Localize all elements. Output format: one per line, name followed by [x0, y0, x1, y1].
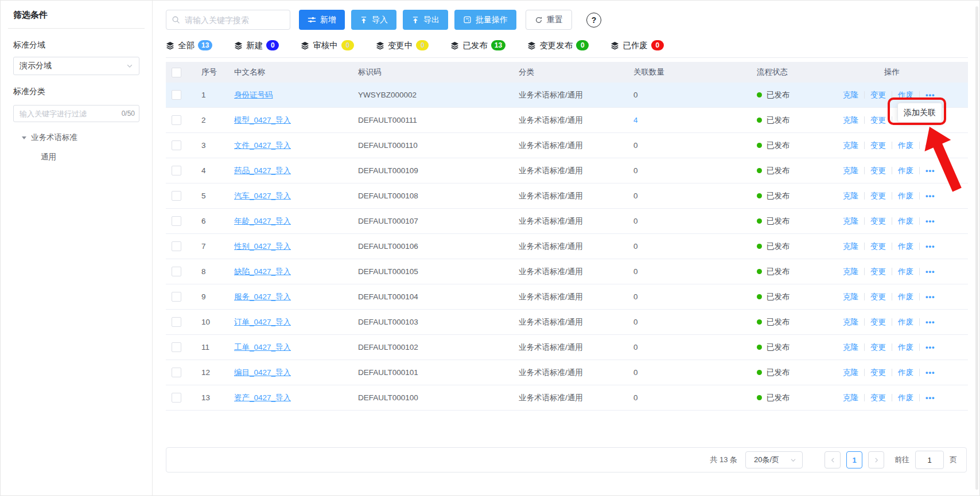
row-action-link[interactable]: 克隆 — [843, 115, 858, 126]
search-input[interactable] — [166, 10, 290, 30]
row-action-link[interactable]: 克隆 — [843, 267, 858, 277]
status-tab[interactable]: 已发布13 — [450, 40, 505, 51]
row-checkbox[interactable] — [172, 317, 181, 327]
page-size-select[interactable]: 20条/页 — [745, 451, 803, 468]
row-more-actions[interactable]: ••• — [925, 217, 935, 225]
select-all-checkbox[interactable] — [172, 68, 181, 77]
row-checkbox[interactable] — [172, 166, 181, 175]
row-action-link[interactable]: 克隆 — [843, 317, 858, 327]
row-action-link[interactable]: 作废 — [898, 90, 913, 100]
row-action-link[interactable]: 克隆 — [843, 368, 858, 378]
row-action-link[interactable]: 变更 — [870, 191, 886, 201]
row-action-link[interactable]: 克隆 — [843, 241, 858, 252]
row-relation-count[interactable]: 4 — [633, 116, 638, 124]
row-name-link[interactable]: 文件_0427_导入 — [234, 141, 291, 150]
help-icon[interactable]: ? — [586, 13, 601, 28]
row-action-link[interactable]: 作废 — [898, 216, 913, 226]
row-action-link[interactable]: 克隆 — [843, 393, 858, 403]
row-name-link[interactable]: 模型_0427_导入 — [234, 116, 291, 124]
row-action-link[interactable]: 作废 — [898, 166, 913, 176]
add-button[interactable]: 新增 — [299, 10, 345, 30]
row-action-link[interactable]: 变更 — [870, 393, 886, 403]
row-more-actions[interactable]: ••• — [925, 368, 935, 377]
row-checkbox[interactable] — [172, 393, 181, 403]
row-name-link[interactable]: 资产_0427_导入 — [234, 393, 291, 402]
row-more-actions[interactable]: ••• — [925, 318, 935, 326]
row-action-link[interactable]: 变更 — [870, 90, 886, 100]
row-more-actions[interactable]: ••• — [925, 141, 935, 150]
row-more-actions[interactable]: ••• — [925, 242, 935, 251]
row-name-link[interactable]: 汽车_0427_导入 — [234, 192, 291, 200]
goto-page-input[interactable] — [915, 451, 944, 469]
scrollbar-thumb[interactable] — [975, 6, 978, 490]
row-action-link[interactable]: 作废 — [898, 267, 913, 277]
row-more-actions[interactable]: ••• — [925, 292, 935, 301]
add-relation-tooltip[interactable]: 添加关联 — [897, 103, 942, 123]
row-action-link[interactable]: 变更 — [870, 292, 886, 302]
row-action-link[interactable]: 变更 — [870, 115, 886, 126]
row-checkbox[interactable] — [172, 368, 181, 377]
row-checkbox[interactable] — [172, 267, 181, 276]
row-name-link[interactable]: 身份证号码 — [234, 91, 273, 99]
next-page-button[interactable] — [868, 451, 884, 468]
row-action-link[interactable]: 变更 — [870, 216, 886, 226]
reset-button[interactable]: 重置 — [526, 10, 572, 30]
category-filter-input[interactable] — [13, 105, 139, 122]
row-action-link[interactable]: 克隆 — [843, 191, 858, 201]
row-checkbox[interactable] — [172, 191, 181, 201]
import-button[interactable]: 导入 — [351, 10, 396, 30]
row-name-link[interactable]: 订单_0427_导入 — [234, 318, 291, 326]
prev-page-button[interactable] — [825, 451, 841, 468]
tree-node-child[interactable]: 通用 — [41, 152, 139, 162]
domain-select[interactable]: 演示分域 — [13, 57, 139, 75]
row-action-link[interactable]: 克隆 — [843, 166, 858, 176]
row-action-link[interactable]: 变更 — [870, 166, 886, 176]
row-name-link[interactable]: 药品_0427_导入 — [234, 166, 291, 175]
row-name-link[interactable]: 性别_0427_导入 — [234, 242, 291, 251]
row-action-link[interactable]: 克隆 — [843, 292, 858, 302]
status-tab[interactable]: 变更中0 — [376, 40, 429, 51]
row-action-link[interactable]: 变更 — [870, 342, 886, 353]
row-checkbox[interactable] — [172, 216, 181, 226]
row-more-actions[interactable]: ••• — [925, 267, 935, 276]
row-checkbox[interactable] — [172, 90, 181, 100]
batch-operation-button[interactable]: 批量操作 — [454, 10, 516, 30]
row-action-link[interactable]: 作废 — [898, 191, 913, 201]
row-more-actions[interactable]: ••• — [925, 393, 935, 402]
row-more-actions[interactable]: ••• — [925, 166, 935, 175]
status-tab[interactable]: 变更发布0 — [527, 40, 589, 51]
row-action-link[interactable]: 克隆 — [843, 216, 858, 226]
row-checkbox[interactable] — [172, 292, 181, 302]
row-action-link[interactable]: 作废 — [898, 317, 913, 327]
row-name-link[interactable]: 编目_0427_导入 — [234, 368, 291, 377]
row-action-link[interactable]: 变更 — [870, 317, 886, 327]
row-checkbox[interactable] — [172, 342, 181, 352]
row-name-link[interactable]: 工单_0427_导入 — [234, 343, 291, 352]
status-tab[interactable]: 全部13 — [166, 40, 212, 51]
row-action-link[interactable]: 变更 — [870, 140, 886, 151]
row-action-link[interactable]: 作废 — [898, 241, 913, 252]
status-tab[interactable]: 新建0 — [234, 40, 279, 51]
export-button[interactable]: 导出 — [403, 10, 448, 30]
status-tab[interactable]: 已作废0 — [610, 40, 664, 51]
page-number-button[interactable]: 1 — [846, 451, 862, 468]
row-checkbox[interactable] — [172, 140, 181, 150]
row-action-link[interactable]: 变更 — [870, 267, 886, 277]
row-checkbox[interactable] — [172, 115, 181, 125]
row-name-link[interactable]: 缺陷_0427_导入 — [234, 267, 291, 276]
status-tab[interactable]: 审核中0 — [301, 40, 354, 51]
row-checkbox[interactable] — [172, 241, 181, 251]
row-action-link[interactable]: 作废 — [898, 342, 913, 353]
row-action-link[interactable]: 克隆 — [843, 342, 858, 353]
row-action-link[interactable]: 变更 — [870, 368, 886, 378]
row-name-link[interactable]: 服务_0427_导入 — [234, 292, 291, 301]
tree-node-root[interactable]: 业务术语标准 — [21, 132, 139, 143]
row-action-link[interactable]: 克隆 — [843, 140, 858, 151]
row-action-link[interactable]: 作废 — [898, 393, 913, 403]
row-action-link[interactable]: 作废 — [898, 368, 913, 378]
row-more-actions[interactable]: ••• — [925, 343, 935, 352]
row-more-actions[interactable]: ••• — [925, 192, 935, 200]
row-action-link[interactable]: 变更 — [870, 241, 886, 252]
row-name-link[interactable]: 年龄_0427_导入 — [234, 217, 291, 225]
row-action-link[interactable]: 克隆 — [843, 90, 858, 100]
